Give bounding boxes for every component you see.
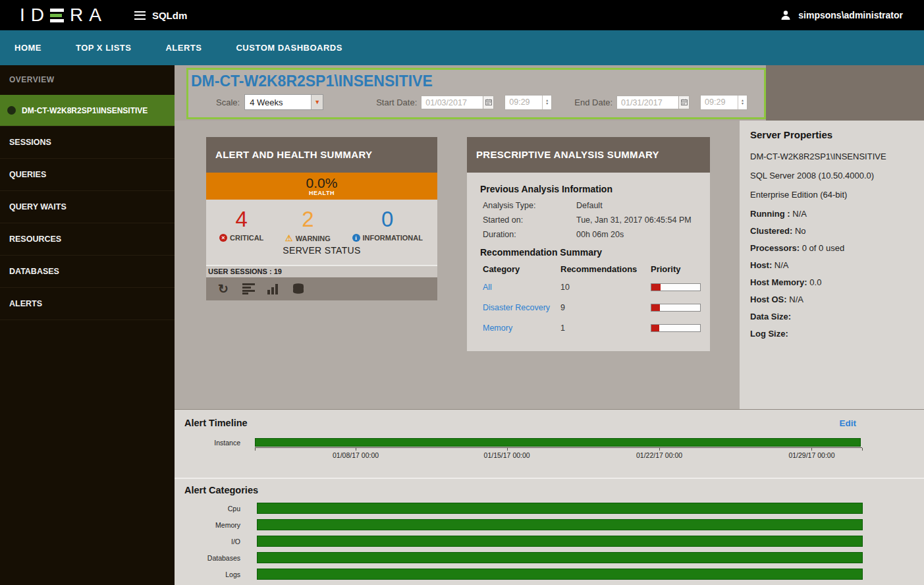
header-strip-filler [766, 65, 924, 121]
server-properties-title: Server Properties [750, 129, 913, 140]
sidebar-section-overview: OVERVIEW [0, 65, 175, 95]
sidebar-item-sessions[interactable]: SESSIONS [0, 126, 175, 159]
sql-server-version: SQL Server 2008 (10.50.4000.0) [750, 171, 913, 181]
nav-alerts[interactable]: ALERTS [165, 43, 202, 53]
duration-row: Duration:00h 06m 20s [483, 230, 697, 239]
clustered-row: Clustered: No [750, 226, 913, 236]
informational-label: INFORMATIONAL [363, 234, 423, 242]
start-time-spinner[interactable]: ▴▾ [542, 96, 551, 109]
start-calendar-icon[interactable] [483, 96, 494, 109]
idera-logo: I D R A [20, 6, 101, 24]
username-text: simpsons\administrator [798, 10, 903, 20]
host-row: Host: N/A [750, 260, 913, 270]
previous-analysis-heading: Previous Analysis Information [480, 184, 697, 194]
sidebar: OVERVIEW DM-CT-W2K8R2SP1\INSENSITIVE SES… [0, 65, 175, 585]
health-label: HEALTH [309, 190, 335, 196]
category-row-label: Memory [175, 521, 240, 529]
category-row: Logs [175, 569, 924, 580]
instance-title: DM-CT-W2K8R2SP1\INSENSITIVE [191, 72, 764, 90]
databases-category-bar [257, 552, 863, 563]
alert-categories-title: Alert Categories [175, 485, 924, 495]
scale-select[interactable]: 4 Weeks ▼ [244, 94, 323, 110]
nav-custom-dashboards[interactable]: CUSTOM DASHBOARDS [236, 43, 342, 53]
end-date-group: 01/31/2017 [616, 96, 690, 109]
end-calendar-icon[interactable] [679, 96, 690, 109]
sidebar-item-queries[interactable]: QUERIES [0, 159, 175, 191]
top-bar: I D R A SQLdm simpsons\administrator [0, 0, 924, 30]
cpu-category-bar [257, 503, 863, 514]
category-disaster-recovery-link[interactable]: Disaster Recovery [483, 303, 560, 312]
sqldm-dashboard: I D R A SQLdm simpsons\administrator HOM… [0, 0, 924, 585]
priority-bar [651, 324, 701, 332]
alert-categories-section: Alert Categories Cpu Memory I/O Database… [175, 478, 924, 585]
logo-e-glyph [50, 9, 64, 22]
table-row: All 10 [483, 277, 697, 297]
category-all-link[interactable]: All [483, 283, 560, 292]
timeline-row-label: Instance [175, 439, 240, 447]
user-menu[interactable]: simpsons\administrator [780, 9, 903, 21]
category-row: Databases [175, 552, 924, 563]
hamburger-menu-icon[interactable] [134, 11, 146, 20]
critical-count: 4 [219, 208, 263, 231]
refresh-icon[interactable]: ↻ [217, 283, 230, 296]
nav-home[interactable]: HOME [14, 43, 41, 53]
sidebar-item-instance[interactable]: DM-CT-W2K8R2SP1\INSENSITIVE [0, 95, 175, 126]
log-size-row: Log Size: [750, 329, 913, 339]
report-icon[interactable] [242, 283, 255, 296]
end-time-spinner[interactable]: ▴▾ [738, 96, 747, 109]
edit-timeline-link[interactable]: Edit [840, 418, 857, 428]
axis-tick-label: 01/15/17 00:00 [484, 451, 530, 459]
end-date-input[interactable]: 01/31/2017 [616, 96, 679, 109]
category-row: Memory [175, 519, 924, 530]
edition: Enterprise Edition (64-bit) [750, 190, 913, 200]
start-time-input[interactable]: 09:29 ▴▾ [504, 95, 552, 110]
alert-timeline-title: Alert Timeline [184, 418, 248, 428]
card-title: ALERT AND HEALTH SUMMARY [206, 137, 437, 173]
start-date-input[interactable]: 01/03/2017 [421, 96, 483, 109]
dropdown-arrow-icon: ▼ [311, 95, 323, 109]
category-row-label: Cpu [175, 505, 240, 513]
user-icon [780, 9, 792, 21]
sidebar-item-resources[interactable]: RESOURCES [0, 223, 175, 256]
sidebar-item-alerts[interactable]: ALERTS [0, 288, 175, 320]
instance-header-strip: DM-CT-W2K8R2SP1\INSENSITIVE Scale: 4 Wee… [175, 65, 924, 121]
analysis-type-row: Analysis Type:Default [483, 201, 697, 210]
logo-letter: I [20, 6, 25, 24]
end-date-label: End Date: [574, 98, 612, 107]
server-status-label: SERVER STATUS [206, 245, 437, 265]
axis-tick-label: 01/29/17 00:00 [788, 451, 834, 459]
table-row: Memory 1 [483, 318, 697, 338]
category-row-label: I/O [175, 538, 240, 545]
alert-health-summary-card: ALERT AND HEALTH SUMMARY 0.0% HEALTH 4 ×… [206, 137, 437, 300]
table-row: Disaster Recovery 9 [483, 297, 697, 318]
category-row: I/O [175, 536, 924, 547]
chart-icon[interactable] [267, 283, 280, 296]
recommendation-summary-heading: Recommendation Summary [480, 247, 697, 258]
app-name: SQLdm [152, 10, 187, 21]
informational-stat: 0 iINFORMATIONAL [352, 208, 423, 242]
logo-letter: D [31, 6, 44, 24]
logo-letter: A [89, 6, 101, 24]
recommendation-table: Category Recommendations Priority All 10 [483, 264, 697, 338]
instance-header-panel: DM-CT-W2K8R2SP1\INSENSITIVE Scale: 4 Wee… [186, 68, 766, 119]
sidebar-item-query-waits[interactable]: QUERY WAITS [0, 191, 175, 223]
alert-stats: 4 ×CRITICAL 2 ⚠WARNING 0 iINFORMATIONAL [206, 200, 437, 245]
running-row: Running : N/A [750, 209, 913, 219]
start-date-group: 01/03/2017 [421, 96, 494, 109]
category-row: Cpu [175, 503, 924, 514]
summary-cards-area: ALERT AND HEALTH SUMMARY 0.0% HEALTH 4 ×… [175, 121, 740, 409]
warning-icon: ⚠ [285, 234, 293, 242]
timeline-row: Instance [175, 438, 924, 447]
data-size-row: Data Size: [750, 312, 913, 321]
scale-value: 4 Weeks [245, 98, 311, 107]
nav-top-x-lists[interactable]: TOP X LISTS [76, 43, 131, 53]
end-time-input[interactable]: 09:29 ▴▾ [700, 95, 747, 110]
category-memory-link[interactable]: Memory [483, 323, 560, 333]
memory-category-bar [257, 519, 863, 530]
health-banner: 0.0% HEALTH [206, 173, 437, 200]
host-os-row: Host OS: N/A [750, 294, 913, 304]
sidebar-item-databases[interactable]: DATABASES [0, 256, 175, 288]
scale-label: Scale: [216, 98, 240, 107]
databases-icon[interactable] [292, 283, 305, 296]
informational-count: 0 [352, 208, 423, 231]
